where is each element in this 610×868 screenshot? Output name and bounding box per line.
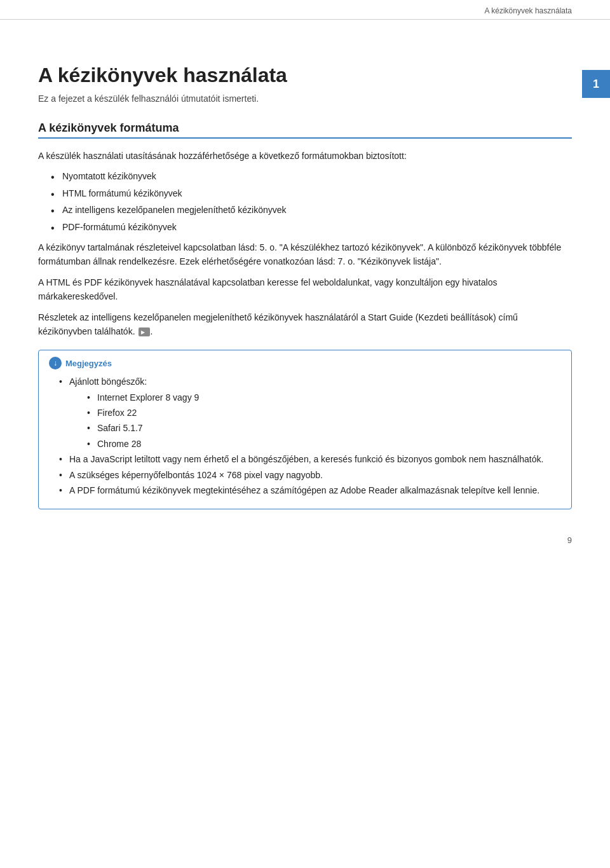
section1-heading: A kézikönyvek formátuma: [38, 121, 572, 135]
header-title: A kézikönyvek használata: [485, 6, 572, 15]
list-item: Firefox 22: [87, 406, 561, 420]
note-label: Megjegyzés: [65, 359, 112, 368]
note-box: ↓ Megjegyzés Ajánlott böngészők: Interne…: [38, 350, 572, 509]
page-wrapper: A kézikönyvek használata 1 A kézikönyvek…: [0, 0, 610, 558]
page-number: 1: [593, 78, 599, 91]
book-reference-icon: [139, 327, 150, 336]
list-item: HTML formátumú kézikönyvek: [51, 186, 572, 200]
formats-list: Nyomtatott kézikönyvek HTML formátumú ké…: [51, 169, 572, 234]
list-item: Safari 5.1.7: [87, 421, 561, 435]
section1-intro: A készülék használati utasításának hozzá…: [38, 149, 572, 163]
note-outer-list: Ajánlott böngészők: Internet Explorer 8 …: [59, 375, 561, 497]
list-item: Az intelligens kezelőpanelen megjeleníth…: [51, 203, 572, 217]
page-footer: 9: [567, 535, 572, 545]
section1-heading-wrapper: A kézikönyvek formátuma: [38, 121, 572, 139]
main-content: A kézikönyvek használata Ez a fejezet a …: [38, 25, 572, 509]
header-bar: A kézikönyvek használata: [0, 0, 610, 20]
html-pdf-text: A HTML és PDF kézikönyvek használatával …: [38, 275, 572, 304]
browsers-sub-list: Internet Explorer 8 vagy 9 Firefox 22 Sa…: [87, 390, 561, 451]
note-header: ↓ Megjegyzés: [49, 357, 561, 369]
ref-text: A kézikönyv tartalmának részleteivel kap…: [38, 240, 572, 269]
list-item: PDF-formátumú kézikönyvek: [51, 220, 572, 234]
smart-panel-text: Részletek az intelligens kezelőpanelen m…: [38, 310, 572, 339]
list-item-pdf: A PDF formátumú kézikönyvek megtekintésé…: [59, 483, 561, 497]
list-item: Nyomtatott kézikönyvek: [51, 169, 572, 183]
subtitle: Ez a fejezet a készülék felhasználói útm…: [38, 93, 572, 104]
list-item-resolution: A szükséges képernyőfelbontás 1024 × 768…: [59, 468, 561, 482]
main-heading: A kézikönyvek használata: [38, 64, 572, 87]
note-content: Ajánlott böngészők: Internet Explorer 8 …: [49, 375, 561, 497]
list-item-js: Ha a JavaScript letiltott vagy nem érhet…: [59, 452, 561, 466]
list-item: Chrome 28: [87, 437, 561, 451]
note-icon: ↓: [49, 357, 62, 369]
footer-page-number: 9: [567, 535, 572, 545]
page-number-badge: 1: [582, 70, 610, 98]
list-item-browsers: Ajánlott böngészők: Internet Explorer 8 …: [59, 375, 561, 451]
list-item: Internet Explorer 8 vagy 9: [87, 390, 561, 404]
